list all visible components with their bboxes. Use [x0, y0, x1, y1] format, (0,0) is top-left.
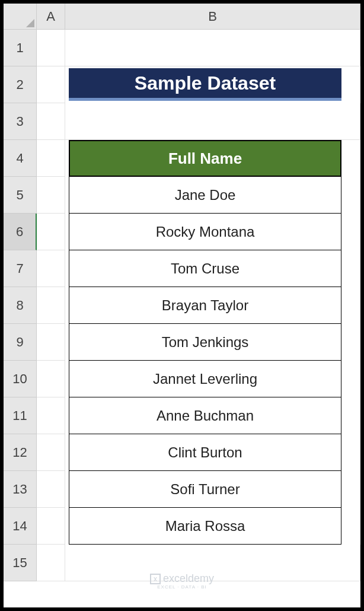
spreadsheet-grid: A B 1 2 Sample Dataset 3 4 Full Name 5 J…: [4, 4, 360, 581]
table-row[interactable]: Jannet Leverling: [69, 361, 341, 397]
cell-a5[interactable]: [37, 177, 65, 214]
row-header-11[interactable]: 11: [4, 397, 37, 434]
cell-a10[interactable]: [37, 361, 65, 397]
cell-a7[interactable]: [37, 250, 65, 287]
cell-a4[interactable]: [37, 140, 65, 177]
cell-a3[interactable]: [37, 103, 65, 140]
table-row[interactable]: Rocky Montana: [69, 214, 341, 250]
table-row[interactable]: Maria Rossa: [69, 508, 341, 545]
select-all-corner[interactable]: [4, 4, 37, 30]
row-header-6[interactable]: 6: [4, 214, 37, 250]
dataset-title[interactable]: Sample Dataset: [69, 68, 341, 101]
row-header-4[interactable]: 4: [4, 140, 37, 177]
row-header-13[interactable]: 13: [4, 471, 37, 508]
row-header-3[interactable]: 3: [4, 103, 37, 140]
cell-a12[interactable]: [37, 434, 65, 471]
cell-b1[interactable]: [65, 30, 360, 66]
table-row[interactable]: Tom Jenkings: [69, 324, 341, 361]
column-header-a[interactable]: A: [37, 4, 65, 30]
row-header-14[interactable]: 14: [4, 508, 37, 545]
cell-a2[interactable]: [37, 66, 65, 103]
row-header-7[interactable]: 7: [4, 250, 37, 287]
row-header-9[interactable]: 9: [4, 324, 37, 361]
cell-b3[interactable]: [65, 103, 360, 140]
row-header-2[interactable]: 2: [4, 66, 37, 103]
cell-a11[interactable]: [37, 397, 65, 434]
table-header[interactable]: Full Name: [69, 140, 341, 177]
cell-a8[interactable]: [37, 287, 65, 324]
table-row[interactable]: Sofi Turner: [69, 471, 341, 508]
cell-a15[interactable]: [37, 545, 65, 581]
cell-a9[interactable]: [37, 324, 65, 361]
row-header-8[interactable]: 8: [4, 287, 37, 324]
row-header-12[interactable]: 12: [4, 434, 37, 471]
row-header-1[interactable]: 1: [4, 30, 37, 66]
cell-a14[interactable]: [37, 508, 65, 545]
table-row[interactable]: Clint Burton: [69, 434, 341, 471]
watermark-tagline: EXCEL · DATA · BI: [157, 584, 207, 590]
column-header-b[interactable]: B: [65, 4, 360, 30]
row-header-5[interactable]: 5: [4, 177, 37, 214]
cell-a6[interactable]: [37, 214, 65, 250]
row-header-15[interactable]: 15: [4, 545, 37, 581]
row-header-10[interactable]: 10: [4, 361, 37, 397]
table-row[interactable]: Anne Buchman: [69, 397, 341, 434]
cell-b15[interactable]: [65, 545, 360, 581]
table-row[interactable]: Brayan Taylor: [69, 287, 341, 324]
cell-a13[interactable]: [37, 471, 65, 508]
table-row[interactable]: Tom Cruse: [69, 250, 341, 287]
table-row[interactable]: Jane Doe: [69, 177, 341, 214]
cell-a1[interactable]: [37, 30, 65, 66]
